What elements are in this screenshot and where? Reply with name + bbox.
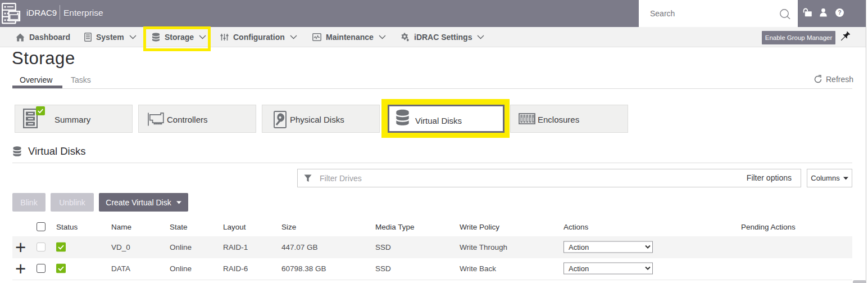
tab-tasks[interactable]: Tasks [71,75,91,84]
table-row-vd0: + VD_0 Online RAID-1 447.07 GB SSD Write… [12,236,852,258]
caret-down-icon [843,177,848,180]
col-header-name: Name [111,223,131,231]
refresh-label: Refresh [826,75,853,84]
cell-write-policy: Write Through [460,242,507,251]
nav-label: iDRAC Settings [414,33,472,42]
col-header-status: Status [56,223,78,231]
blink-button[interactable]: Blink [12,193,46,212]
physical-disks-icon [274,111,287,128]
col-header-state: State [170,223,188,231]
unblink-button[interactable]: Unblink [51,193,94,212]
card-virtual-disks[interactable]: Virtual Disks [388,105,505,133]
col-header-pending-actions: Pending Actions [741,223,796,231]
card-label: Controllers [167,115,208,124]
nav-label: Storage [165,33,194,42]
configuration-icon [220,33,229,42]
enable-group-manager-button[interactable]: Enable Group Manager [762,31,835,44]
cell-state: Online [170,242,192,251]
unlock-icon[interactable] [803,8,812,17]
filter-bar: Filter options [297,169,801,187]
chevron-down-icon [379,35,386,39]
cell-layout: RAID-6 [223,264,248,273]
nav-label: System [96,33,124,42]
search-input[interactable] [639,0,798,27]
cell-name: VD_0 [111,242,130,251]
enclosures-icon [519,113,535,124]
col-header-write-policy: Write Policy [460,223,499,231]
section-divider [12,163,852,163]
filter-funnel-icon [304,174,312,182]
app-header: iDRAC9 Enterprise ? [0,0,866,27]
col-header-media-type: Media Type [375,223,415,231]
cell-media-type: SSD [375,264,391,273]
filter-options-link[interactable]: Filter options [747,173,792,182]
chevron-down-icon [477,35,484,39]
controllers-icon [148,112,164,127]
cell-actions: Action [563,241,653,253]
row-checkbox[interactable] [37,242,46,251]
card-label: Physical Disks [290,115,344,124]
select-all-checkbox[interactable] [37,222,46,231]
card-physical-disks[interactable]: Physical Disks [262,105,380,133]
user-icon[interactable] [820,8,827,17]
tabs-divider [12,88,852,89]
tab-overview[interactable]: Overview [20,75,52,84]
row-action-select[interactable]: Action [563,241,653,253]
gear-icon [401,33,410,42]
card-label: Summary [54,115,90,124]
virtual-disks-section-icon [12,146,22,157]
nav-label: Maintenance [326,33,374,42]
nav-label: Configuration [233,33,285,42]
help-icon[interactable]: ? [835,8,844,17]
nav-label: Dashboard [29,33,70,42]
help-glyph: ? [838,10,841,16]
pin-icon[interactable] [841,32,851,43]
card-label: Virtual Disks [415,116,462,125]
idrac-app: iDRAC9 Enterprise ? Dashboa [0,0,868,283]
row-checkbox[interactable] [37,264,46,273]
cell-media-type: SSD [375,242,391,251]
virtual-disks-icon [396,109,410,127]
status-ok-badge [36,106,45,115]
virtual-disks-section-header: Virtual Disks [12,145,85,158]
table-row-data: + DATA Online RAID-6 60798.38 GB SSD Wri… [12,258,852,280]
search-icon[interactable] [780,9,790,19]
cell-size: 60798.38 GB [281,264,326,273]
scrollbar-thumb[interactable] [853,280,866,283]
chevron-down-icon [290,35,297,39]
columns-button[interactable]: Columns [807,169,852,187]
brand-edition: Enterprise [63,8,103,18]
cell-name: DATA [111,264,130,273]
card-controllers[interactable]: Controllers [138,105,256,133]
maintenance-icon [312,33,321,41]
cell-state: Online [170,264,192,273]
section-title: Virtual Disks [28,145,85,158]
chevron-down-icon [199,35,206,39]
col-header-size: Size [281,223,296,231]
nav-configuration[interactable]: Configuration [220,27,297,47]
nav-system[interactable]: System [84,27,137,47]
columns-label: Columns [811,174,839,182]
page-title: Storage [12,48,75,69]
cell-actions: Action [563,263,653,275]
idrac-logo-icon [2,3,22,25]
row-status-ok-badge [56,242,66,251]
create-virtual-disk-button[interactable]: Create Virtual Disk [99,193,188,212]
nav-storage[interactable]: Storage [152,27,206,47]
expand-row-button[interactable]: + [15,242,26,253]
card-summary[interactable]: Summary [15,105,133,133]
filter-drives-input[interactable] [320,169,702,187]
row-action-select[interactable]: Action [563,263,653,275]
nav-maintenance[interactable]: Maintenance [312,27,386,47]
nav-idrac-settings[interactable]: iDRAC Settings [401,27,484,47]
storage-icon [152,33,160,42]
cell-write-policy: Write Back [460,264,496,273]
card-label: Enclosures [538,115,579,124]
expand-row-button[interactable]: + [15,263,26,275]
system-icon [84,33,92,42]
nav-dashboard[interactable]: Dashboard [16,27,70,47]
refresh-button[interactable]: Refresh [814,75,853,84]
col-header-layout: Layout [223,223,246,231]
card-enclosures[interactable]: Enclosures [510,105,628,133]
chevron-down-icon [129,35,137,39]
